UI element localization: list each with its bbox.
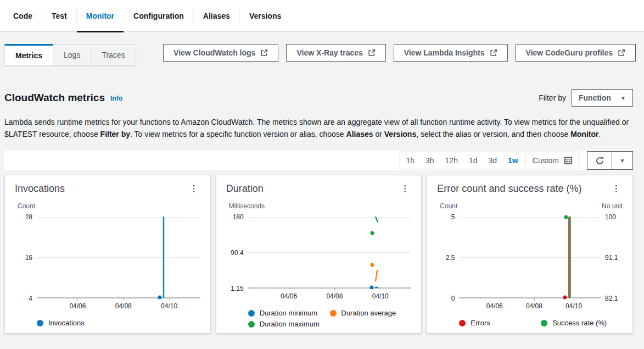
range-custom[interactable]: Custom <box>527 156 579 165</box>
y-tick-label: 2.5 <box>446 254 455 262</box>
filter-by: Filter by Function ▼ <box>539 89 633 107</box>
range-1d[interactable]: 1d <box>463 156 483 165</box>
range-3h[interactable]: 3h <box>420 156 440 165</box>
time-range-selector: 1h3h12h1d3d1wCustom <box>400 152 579 169</box>
tab-monitor[interactable]: Monitor <box>77 0 124 32</box>
x-tick-label: 04/06 <box>69 302 86 310</box>
time-range-bar: 1h3h12h1d3d1wCustom ▼ <box>4 151 633 170</box>
range-1w[interactable]: 1w <box>502 156 524 165</box>
data-series-mark <box>376 217 378 222</box>
external-link-icon <box>490 49 497 57</box>
y-tick-label: 5 <box>451 213 455 221</box>
y-tick-label: 91.1 <box>605 254 618 262</box>
legend-swatch <box>248 321 255 328</box>
chart-title: Error count and success rate (%) <box>437 183 581 195</box>
x-tick-label: 04/08 <box>115 302 132 310</box>
data-series-mark <box>376 270 377 281</box>
y-axis-labels-left: 5 2.5 0 <box>437 217 459 298</box>
legend-swatch <box>248 310 255 317</box>
y-tick-label: 100 <box>605 213 616 221</box>
chart-title: Invocations <box>15 183 65 195</box>
x-tick-label: 04/10 <box>565 302 582 310</box>
metrics-header: CloudWatch metrics Info Filter by Functi… <box>4 89 633 107</box>
chart-card-invocations: Invocations ⋮ Count 28 16 4 04/0604/0804… <box>4 175 211 334</box>
chart-legend: Duration minimumDuration averageDuration… <box>248 309 412 328</box>
button-label: View Lambda Insights <box>404 48 485 57</box>
x-tick-label: 04/08 <box>326 292 343 300</box>
legend-label: Duration minimum <box>260 309 317 317</box>
x-axis: 04/0604/0804/10 <box>459 298 601 313</box>
button-label: View X-Ray traces <box>296 48 362 57</box>
y-tick-label: 1.15 <box>231 285 243 292</box>
legend-label: Duration average <box>341 309 396 317</box>
kebab-menu-icon[interactable]: ⋮ <box>610 183 623 193</box>
filter-function-dropdown[interactable]: Function ▼ <box>572 89 633 107</box>
tab-aliases[interactable]: Aliases <box>194 0 239 32</box>
x-tick <box>169 298 170 301</box>
legend-item-duration-average: Duration average <box>330 309 412 317</box>
x-axis: 04/0604/0804/10 <box>248 289 412 303</box>
legend-swatch <box>37 320 43 326</box>
chevron-down-icon: ▼ <box>620 95 626 101</box>
tab-test[interactable]: Test <box>42 0 76 32</box>
y-axis-unit: Count <box>18 202 35 210</box>
range-12h[interactable]: 12h <box>440 156 463 165</box>
y-axis-labels-right: 100 91.1 82.1 <box>601 217 623 298</box>
subtab-metrics[interactable]: Metrics <box>4 44 53 66</box>
y-tick-label: 28 <box>25 213 32 221</box>
range-1h[interactable]: 1h <box>400 156 420 165</box>
kebab-menu-icon[interactable]: ⋮ <box>399 183 411 193</box>
legend-label: Duration maximum <box>260 320 320 328</box>
x-tick <box>77 298 78 301</box>
monitor-subtabs: MetricsLogsTraces <box>4 44 136 66</box>
legend-swatch <box>330 310 337 317</box>
legend-item-invocations: Invocations <box>37 319 200 327</box>
external-link-icon <box>260 49 268 57</box>
legend-item-success-rate: Success rate (%) <box>541 319 623 327</box>
y-axis-unit: Milliseconds <box>229 202 265 210</box>
external-link-icon <box>618 49 625 57</box>
plot-area <box>459 217 601 298</box>
legend-item-errors: Errors <box>459 319 541 327</box>
charts-row: Invocations ⋮ Count 28 16 4 04/0604/0804… <box>4 175 633 334</box>
description-text: Lambda sends runtime metrics for your fu… <box>4 116 630 140</box>
calendar-icon <box>564 156 573 165</box>
ranges-divider <box>525 152 525 169</box>
x-tick <box>334 289 335 291</box>
chart-legend: Invocations <box>37 319 200 327</box>
subtab-logs[interactable]: Logs <box>53 44 91 66</box>
y-tick-label: 4 <box>29 295 32 302</box>
x-tick <box>495 298 495 301</box>
subtab-traces[interactable]: Traces <box>91 44 136 66</box>
refresh-group: ▼ <box>587 151 633 170</box>
legend-label: Success rate (%) <box>552 319 607 327</box>
tab-code[interactable]: Code <box>4 0 42 32</box>
view-x-ray-traces-button[interactable]: View X-Ray traces <box>286 44 385 62</box>
legend-item-duration-minimum: Duration minimum <box>248 309 330 317</box>
range-3d[interactable]: 3d <box>483 156 503 165</box>
tab-configuration[interactable]: Configuration <box>124 0 193 32</box>
refresh-options-dropdown[interactable]: ▼ <box>612 152 632 169</box>
legend-swatch <box>459 320 466 326</box>
legend-label: Errors <box>471 319 490 327</box>
monitor-toolbar: MetricsLogsTraces View CloudWatch logsVi… <box>4 44 636 66</box>
y-axis-labels: 28 16 4 <box>15 217 37 298</box>
chart-card-duration: Duration ⋮ Milliseconds 180 90.4 1.15 04… <box>216 175 422 334</box>
external-actions: View CloudWatch logsView X-Ray tracesVie… <box>163 44 636 62</box>
info-link[interactable]: Info <box>110 95 122 102</box>
kebab-menu-icon[interactable]: ⋮ <box>188 183 200 193</box>
external-link-icon <box>368 49 376 57</box>
y-tick-label: 16 <box>25 254 32 262</box>
custom-label: Custom <box>533 156 559 165</box>
view-codeguru-profiles-button[interactable]: View CodeGuru profiles <box>516 44 636 62</box>
y-tick-label: 0 <box>451 295 455 302</box>
refresh-icon <box>595 156 604 165</box>
tab-versions[interactable]: Versions <box>240 0 290 32</box>
refresh-button[interactable] <box>587 152 612 169</box>
button-label: View CloudWatch logs <box>173 48 255 57</box>
filter-function-value: Function <box>579 93 611 102</box>
view-cloudwatch-logs-button[interactable]: View CloudWatch logs <box>163 44 278 62</box>
view-lambda-insights-button[interactable]: View Lambda Insights <box>394 44 508 62</box>
x-tick <box>574 298 574 301</box>
legend-item-duration-maximum: Duration maximum <box>248 320 330 328</box>
